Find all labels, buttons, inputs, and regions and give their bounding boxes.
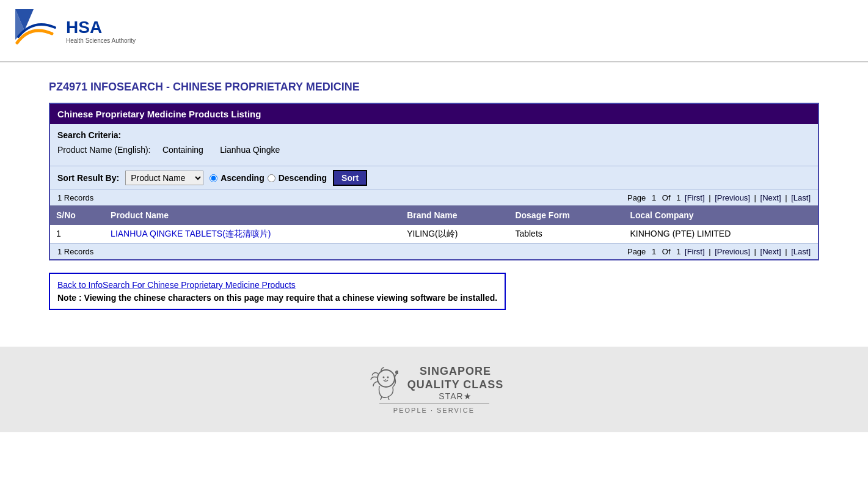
sort-ascending-radio[interactable] [210, 174, 217, 182]
col-brand-name: Brand Name [401, 205, 509, 225]
cell-product-name: LIANHUA QINGKE TABLETS(连花清咳片) [104, 225, 401, 243]
logo-area: HSA Health Sciences Authority [12, 6, 856, 55]
sort-descending-label[interactable]: Descending [279, 173, 327, 183]
search-condition: Containing [162, 145, 203, 155]
hsa-subtitle: Health Sciences Authority [66, 37, 136, 44]
cell-sno: 1 [50, 225, 104, 243]
first-link-top[interactable]: [First] [685, 193, 705, 202]
next-link-top[interactable]: [Next] [760, 193, 781, 202]
table-head: S/No Product Name Brand Name Dosage Form… [50, 205, 818, 225]
svg-point-5 [395, 371, 398, 374]
sqc-logo: SINGAPORE QUALITY CLASS STAR★ PEOPLE · S… [18, 365, 850, 414]
hsa-logo-icon [12, 6, 61, 55]
main-content: PZ4971 INFOSEARCH - CHINESE PROPRIETARY … [0, 62, 868, 328]
lion-icon [365, 366, 398, 400]
cell-dosage-form: Tablets [509, 225, 624, 243]
total-pages-bottom: 1 [676, 247, 680, 256]
of-text: Of [662, 193, 671, 202]
records-bar-bottom: 1 Records Page 1 Of 1 [First] | [Previou… [50, 243, 818, 259]
sqc-line1: SINGAPORE [407, 365, 504, 378]
col-local-company: Local Company [624, 205, 818, 225]
records-count-top: 1 Records [57, 193, 93, 202]
sort-radio-group: Ascending Descending [210, 173, 327, 183]
cell-brand-name: YILING(以岭) [401, 225, 509, 243]
page-info-text: Page [627, 193, 646, 202]
data-table: S/No Product Name Brand Name Dosage Form… [50, 205, 818, 243]
sort-ascending-label[interactable]: Ascending [221, 173, 264, 183]
svg-point-3 [382, 377, 384, 378]
chinese-note: Note : Viewing the chinese characters on… [57, 293, 497, 303]
search-criteria-area: Search Criteria: Product Name (English):… [50, 124, 818, 166]
of-text-bottom: Of [662, 247, 671, 256]
pagination-bottom: Page 1 Of 1 [First] | [Previous] | [Next… [625, 247, 811, 256]
page-title: PZ4971 INFOSEARCH - CHINESE PROPRIETARY … [49, 81, 819, 94]
sqc-divider [379, 404, 489, 404]
site-footer: SINGAPORE QUALITY CLASS STAR★ PEOPLE · S… [0, 347, 868, 432]
page-info-text-bottom: Page [627, 247, 646, 256]
back-link-row: Back to InfoSearch For Chinese Proprieta… [57, 280, 497, 290]
hsa-name: HSA [66, 18, 102, 37]
page-num-bottom: 1 [652, 247, 656, 256]
sqc-line2: QUALITY CLASS [407, 378, 504, 392]
col-product-name: Product Name [104, 205, 401, 225]
listing-header: Chinese Proprietary Medicine Products Li… [50, 104, 818, 124]
next-link-bottom[interactable]: [Next] [760, 247, 781, 256]
cell-local-company: KINHONG (PTE) LIMITED [624, 225, 818, 243]
back-link[interactable]: Back to InfoSearch For Chinese Proprieta… [57, 280, 296, 290]
logo-text: HSA Health Sciences Authority [66, 18, 136, 44]
pagination-top: Page 1 Of 1 [First] | [Previous] | [Next… [625, 193, 811, 202]
sort-label: Sort Result By: [57, 173, 119, 183]
table-header-row: S/No Product Name Brand Name Dosage Form… [50, 205, 818, 225]
records-count-bottom: 1 Records [57, 247, 93, 256]
product-name-link[interactable]: LIANHUA QINGKE TABLETS(连花清咳片) [111, 229, 271, 238]
page-num: 1 [652, 193, 656, 202]
svg-point-2 [377, 370, 395, 387]
records-bar-top: 1 Records Page 1 Of 1 [First] | [Previou… [50, 190, 818, 205]
back-link-box: Back to InfoSearch For Chinese Proprieta… [49, 273, 506, 310]
sort-row: Sort Result By: Product Name Brand Name … [50, 166, 818, 190]
col-dosage-form: Dosage Form [509, 205, 624, 225]
sort-button[interactable]: Sort [333, 170, 367, 186]
search-row: Product Name (English): Containing Lianh… [57, 145, 811, 155]
svg-point-4 [387, 377, 388, 378]
search-value: Lianhua Qingke [220, 145, 280, 155]
last-link-top[interactable]: [Last] [791, 193, 811, 202]
first-link-bottom[interactable]: [First] [685, 247, 705, 256]
sort-descending-radio[interactable] [268, 174, 275, 182]
sqc-bottom: PEOPLE · SERVICE [393, 407, 475, 414]
search-criteria-label: Search Criteria: [57, 130, 811, 140]
prev-link-top[interactable]: [Previous] [715, 193, 750, 202]
listing-container: Chinese Proprietary Medicine Products Li… [49, 103, 819, 260]
total-pages: 1 [676, 193, 680, 202]
search-field-label: Product Name (English): [57, 145, 151, 155]
col-sno: S/No [50, 205, 104, 225]
table-body: 1 LIANHUA QINGKE TABLETS(连花清咳片) YILING(以… [50, 225, 818, 243]
sqc-star: STAR★ [407, 391, 504, 401]
last-link-bottom[interactable]: [Last] [791, 247, 811, 256]
sort-select[interactable]: Product Name Brand Name Dosage Form Loca… [125, 171, 203, 185]
table-row: 1 LIANHUA QINGKE TABLETS(连花清咳片) YILING(以… [50, 225, 818, 243]
site-header: HSA Health Sciences Authority [0, 0, 868, 62]
prev-link-bottom[interactable]: [Previous] [715, 247, 750, 256]
